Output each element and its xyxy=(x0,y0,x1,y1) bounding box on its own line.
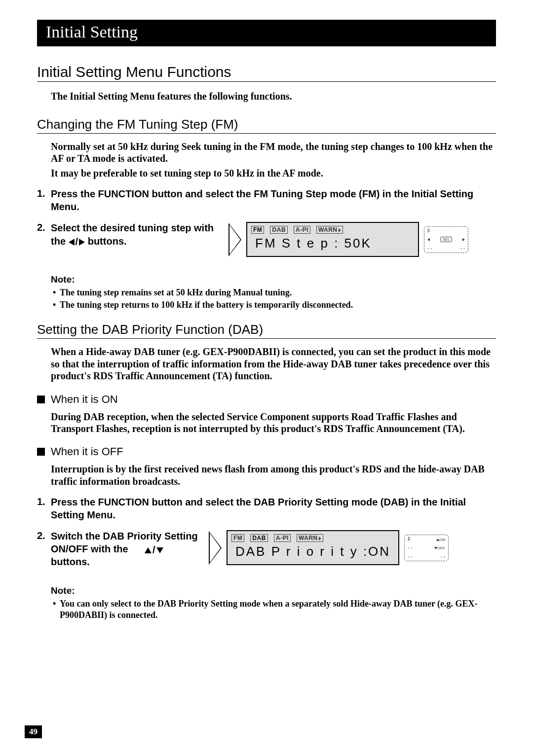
fm-paragraph-1: Normally set at 50 kHz during Seek tunin… xyxy=(51,141,496,165)
lcd-tag-fm: FM xyxy=(251,226,264,234)
lcd-side-f: F xyxy=(408,537,411,542)
step-text: Switch the DAB Priority Setting ON/OFF w… xyxy=(51,530,199,568)
dab-on-heading: When it is ON xyxy=(37,393,496,406)
subsection-heading-fm: Changing the FM Tuning Step (FM) xyxy=(37,117,496,134)
step-text: Select the desired tuning step with the … xyxy=(51,222,219,248)
step-text-b: buttons. xyxy=(88,236,127,247)
note-item: •The tuning step remains set at 50 kHz d… xyxy=(53,287,496,298)
step-text-a: Switch the DAB Priority Setting ON/OFF w… xyxy=(51,531,198,554)
lcd-side-panel: F SEL - -- - xyxy=(424,226,468,253)
step-text-b: buttons. xyxy=(51,556,90,567)
left-right-buttons-icon: / xyxy=(69,236,85,249)
fm-step-1: 1. Press the FUNCTION button and select … xyxy=(37,188,496,213)
fm-note-block: Note: •The tuning step remains set at 50… xyxy=(51,274,496,310)
chapter-title: Initial Setting xyxy=(37,20,496,46)
lcd-tag-fm: FM xyxy=(231,534,244,542)
lcd-main-text: FM S t e p : 50K xyxy=(251,236,414,251)
lcd-tag-api: A-PI xyxy=(274,534,291,542)
lcd-tag-dab: DAB xyxy=(250,534,268,542)
step-text: Press the FUNCTION button and select the… xyxy=(51,496,496,521)
lcd-main-text: DAB P r i o r i t y :ON xyxy=(231,544,394,559)
page-number: 49 xyxy=(25,725,42,738)
lcd-side-sel: SEL xyxy=(440,237,452,242)
fm-step-2: 2. Select the desired tuning step with t… xyxy=(37,222,496,257)
lcd-side-f: F xyxy=(427,228,430,234)
dab-intro: When a Hide-away DAB tuner (e.g. GEX-P90… xyxy=(51,346,496,382)
up-down-buttons-icon: / xyxy=(145,544,163,557)
section-heading: Initial Setting Menu Functions xyxy=(37,64,496,82)
pointer-right-icon xyxy=(228,223,241,256)
lcd-display-group: FM DAB A-PI WARN FM S t e p : 50K F SEL … xyxy=(228,222,468,257)
pointer-right-icon xyxy=(209,531,222,565)
section-intro: The Initial Setting Menu features the fo… xyxy=(51,91,496,102)
note-label: Note: xyxy=(51,585,496,596)
subsection-heading-dab: Setting the DAB Priority Function (DAB) xyxy=(37,322,496,339)
step-text: Press the FUNCTION button and select the… xyxy=(51,188,496,213)
lcd-screen-fm: FM DAB A-PI WARN FM S t e p : 50K xyxy=(246,222,419,257)
lcd-tag-warn: WARN xyxy=(297,534,323,542)
lcd-tag-dab: DAB xyxy=(270,226,288,234)
note-item: •You can only select to the DAB Priority… xyxy=(53,598,496,620)
dab-step-1: 1. Press the FUNCTION button and select … xyxy=(37,496,496,521)
lcd-screen-dab: FM DAB A-PI WARN DAB P r i o r i t y :ON xyxy=(227,530,399,565)
lcd-display-group: FM DAB A-PI WARN DAB P r i o r i t y :ON… xyxy=(209,530,449,565)
note-item: •The tuning step returns to 100 kHz if t… xyxy=(53,299,496,311)
dab-off-text: Interruption is by the first received ne… xyxy=(51,463,496,487)
dab-note-block: Note: •You can only select to the DAB Pr… xyxy=(51,585,496,620)
note-label: Note: xyxy=(51,274,496,285)
dab-step-2: 2. Switch the DAB Priority Setting ON/OF… xyxy=(37,530,496,568)
step-number: 2. xyxy=(37,530,51,541)
dab-on-text: During DAB reception, when the selected … xyxy=(51,411,496,435)
step-number: 1. xyxy=(37,496,51,521)
fm-paragraph-2: It may be preferable to set tuning step … xyxy=(51,167,496,179)
step-number: 1. xyxy=(37,188,51,213)
lcd-tag-warn: WARN xyxy=(316,226,343,234)
lcd-side-panel: FON - -OFF - -- - xyxy=(404,535,449,561)
step-number: 2. xyxy=(37,222,51,233)
lcd-tag-api: A-PI xyxy=(294,226,310,234)
dab-off-heading: When it is OFF xyxy=(37,445,496,458)
